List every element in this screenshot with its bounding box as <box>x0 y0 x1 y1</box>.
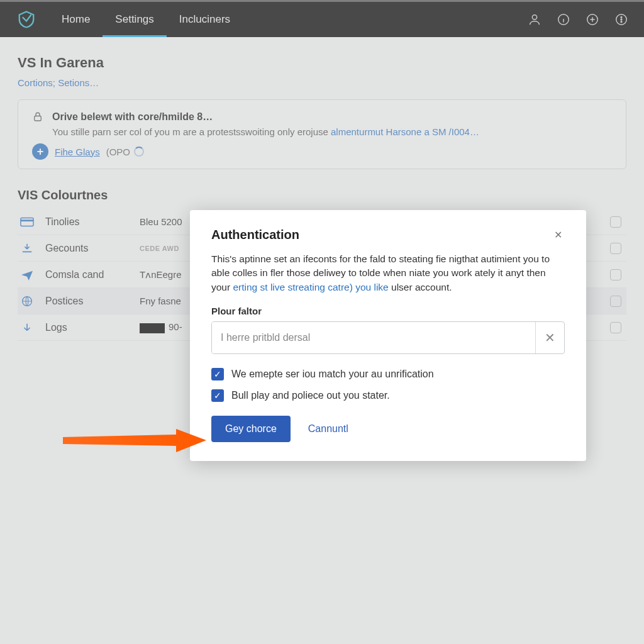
modal-body-link[interactable]: erting st live streating catre) you like <box>233 282 388 292</box>
checkbox-1-label: We emepte ser iou match your au unrifica… <box>231 369 434 380</box>
auth-modal: Authentication ✕ This's aptinne set an i… <box>190 210 586 461</box>
clear-input-icon[interactable]: ✕ <box>535 322 564 353</box>
checkbox-1[interactable]: ✓ <box>211 368 224 380</box>
cancel-button[interactable]: Cannuntl <box>308 423 348 435</box>
modal-description: This's aptinne set an ifeconts for the f… <box>211 252 565 294</box>
field-label: Plour faltor <box>211 306 565 316</box>
close-icon[interactable]: ✕ <box>551 228 565 242</box>
modal-title: Authentication <box>211 228 299 242</box>
factor-input[interactable] <box>212 322 535 353</box>
checkbox-2[interactable]: ✓ <box>211 389 224 402</box>
primary-button[interactable]: Gey chorce <box>211 416 291 442</box>
checkbox-2-label: Bull play and poliece out you stater. <box>231 390 390 401</box>
